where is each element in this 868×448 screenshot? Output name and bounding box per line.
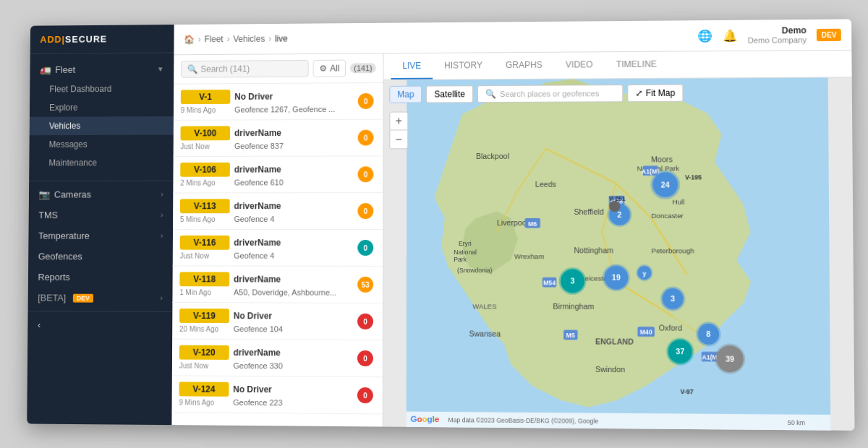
- map-tab-graphs[interactable]: GRAPHS: [494, 53, 554, 79]
- sidebar-item-fleet[interactable]: 🚛 Fleet ▼: [30, 59, 174, 80]
- svg-text:Moors: Moors: [651, 155, 673, 163]
- map-tab-live[interactable]: LIVE: [391, 53, 433, 79]
- vehicle-time: 9 Mins Ago: [181, 105, 231, 113]
- svg-text:Peterborough: Peterborough: [652, 246, 694, 254]
- main-content: 🏠 › Fleet › Vehicles › live 🌐 🔔 Demo Dem…: [171, 19, 854, 430]
- sidebar-item-tms[interactable]: TMS ›: [29, 204, 174, 225]
- vehicle-list-item[interactable]: V-113 driverName 0 5 Mins Ago Geofence 4: [173, 193, 383, 230]
- vehicle-geofence: Geofence 4: [234, 251, 351, 260]
- svg-text:M40: M40: [640, 329, 652, 336]
- svg-text:Eryri: Eryri: [459, 240, 472, 247]
- globe-icon[interactable]: 🌐: [697, 29, 712, 43]
- map-tab-video[interactable]: VIDEO: [554, 52, 605, 78]
- svg-text:37: 37: [676, 348, 684, 356]
- vehicle-time: Just Now: [180, 251, 230, 259]
- vehicle-list-item[interactable]: V-1 No Driver 0 9 Mins Ago Geofence 1267…: [174, 83, 383, 121]
- svg-text:Hull: Hull: [673, 197, 685, 205]
- vehicle-driver: No Driver: [234, 311, 351, 322]
- vehicle-list-item[interactable]: V-116 driverName 0 Just Now Geofence 4: [173, 230, 383, 267]
- sidebar-item-maintenance[interactable]: Maintenance: [29, 153, 173, 172]
- chevron-down-icon: ▼: [157, 65, 164, 73]
- breadcrumb: 🏠 › Fleet › Vehicles › live: [184, 34, 288, 45]
- status-dot: 0: [358, 166, 374, 182]
- vehicle-list-item[interactable]: V-124 No Driver 0 9 Mins Ago Geofence 22…: [172, 376, 383, 414]
- vehicle-geofence: Geofence 223: [233, 398, 351, 408]
- sidebar-item-temperature[interactable]: Temperature ›: [28, 225, 173, 246]
- vehicle-status: 0: [355, 203, 375, 219]
- vehicle-list-item[interactable]: V-100 driverName 0 Just Now Geofence 837: [174, 120, 383, 158]
- map-search-bar[interactable]: 🔍 Search places or geofences: [477, 85, 623, 103]
- sidebar-item-explore[interactable]: Explore: [30, 98, 174, 116]
- svg-text:WALES: WALES: [472, 302, 496, 310]
- home-icon[interactable]: 🏠: [184, 35, 195, 45]
- vehicle-list-item[interactable]: V-120 driverName 0 Just Now Geofence 330: [172, 340, 383, 378]
- sidebar-item-reports[interactable]: Reports: [28, 267, 173, 288]
- filter-button[interactable]: ⚙ All: [313, 60, 346, 77]
- vehicle-status: 0: [355, 240, 375, 256]
- search-icon: 🔍: [187, 64, 198, 74]
- vehicle-geofence: Geofence 330: [233, 361, 351, 371]
- svg-text:V-195: V-195: [685, 173, 702, 181]
- vehicle-status: 53: [355, 277, 375, 293]
- svg-text:Swindon: Swindon: [595, 366, 625, 374]
- status-dot: 0: [357, 203, 373, 219]
- vehicle-time: Just Now: [180, 142, 230, 150]
- svg-text:Map data ©2023 GeoBasis-DE/BKG: Map data ©2023 GeoBasis-DE/BKG (©2009), …: [448, 416, 599, 425]
- vehicle-geofence: Geofence 610: [234, 178, 352, 186]
- search-placeholder: Search (141): [200, 64, 250, 74]
- status-dot: 0: [357, 240, 373, 256]
- vehicle-geofence: Geofence 837: [234, 142, 352, 150]
- vehicle-id: V-120: [179, 345, 229, 360]
- user-avatar[interactable]: DEV: [817, 28, 841, 40]
- vehicle-time: 5 Mins Ago: [180, 215, 230, 223]
- vehicle-status: 0: [355, 387, 375, 403]
- map-area: Map Satellite 🔍 Search places or geofenc…: [383, 77, 855, 431]
- vehicle-list: V-1 No Driver 0 9 Mins Ago Geofence 1267…: [171, 83, 383, 427]
- svg-text:19: 19: [612, 274, 621, 282]
- map-type-satellite-button[interactable]: Satellite: [426, 85, 473, 103]
- sidebar-item-messages[interactable]: Messages: [29, 135, 173, 154]
- sidebar-item-geofences[interactable]: Geofences: [28, 246, 173, 267]
- vehicle-id: V-118: [179, 272, 229, 286]
- vehicle-status: 0: [355, 350, 375, 366]
- fleet-icon: 🚛: [40, 64, 51, 75]
- bell-icon[interactable]: 🔔: [723, 28, 737, 42]
- sidebar-item-cameras[interactable]: 📷 Cameras ›: [29, 184, 174, 205]
- vehicle-status: 0: [356, 130, 376, 146]
- map-type-map-button[interactable]: Map: [389, 86, 422, 103]
- sidebar-item-collapse[interactable]: ‹: [27, 314, 172, 336]
- fit-map-button[interactable]: ⤢ Fit Map: [627, 85, 683, 102]
- svg-text:Leeds: Leeds: [535, 180, 556, 188]
- content-area: 🔍 Search (141) ⚙ All (141) V-1 No Driver…: [171, 51, 854, 431]
- vehicle-driver: driverName: [234, 164, 352, 174]
- vehicle-id: V-1: [181, 90, 231, 104]
- sidebar-item-beta[interactable]: [BETA] DEV ›: [28, 288, 173, 309]
- vehicle-list-item[interactable]: V-118 driverName 53 1 Min Ago A50, Dover…: [172, 266, 383, 303]
- map-tab-history[interactable]: HISTORY: [433, 53, 494, 79]
- fit-map-icon: ⤢: [635, 88, 642, 98]
- vehicle-time: Just Now: [179, 361, 229, 369]
- svg-text:V-251: V-251: [609, 195, 626, 202]
- vehicle-list-item[interactable]: V-106 driverName 0 2 Mins Ago Geofence 6…: [173, 156, 383, 193]
- vehicle-driver: driverName: [234, 348, 352, 358]
- topbar-right: 🌐 🔔 Demo Demo Company DEV: [697, 25, 841, 46]
- map-svg: Liverpool Leeds Sheffield Wrexham Nottin…: [383, 77, 855, 431]
- search-input-wrap[interactable]: 🔍 Search (141): [181, 60, 309, 78]
- vehicle-list-item[interactable]: V-119 No Driver 0 20 Mins Ago Geofence 1…: [172, 303, 383, 340]
- svg-text:ENGLAND: ENGLAND: [595, 337, 634, 346]
- svg-point-53: [609, 201, 621, 212]
- zoom-in-button[interactable]: +: [389, 112, 408, 131]
- chevron-right-icon: ›: [161, 211, 163, 219]
- zoom-out-button[interactable]: −: [389, 130, 408, 149]
- svg-text:39: 39: [726, 355, 734, 363]
- map-panel: LIVEHISTORYGRAPHSVIDEOTIMELINE Map Satel…: [383, 51, 855, 431]
- map-tab-timeline[interactable]: TIMELINE: [605, 52, 669, 79]
- sidebar-item-vehicles[interactable]: Vehicles: [30, 116, 174, 135]
- vehicle-driver: No Driver: [233, 384, 351, 395]
- svg-text:Park: Park: [454, 256, 467, 263]
- sidebar-item-fleet-dashboard[interactable]: Fleet Dashboard: [30, 79, 174, 99]
- filter-icon: ⚙: [319, 64, 327, 74]
- chevron-right-icon: ›: [160, 294, 162, 302]
- status-dot: 0: [357, 314, 373, 329]
- status-dot: 0: [357, 350, 373, 366]
